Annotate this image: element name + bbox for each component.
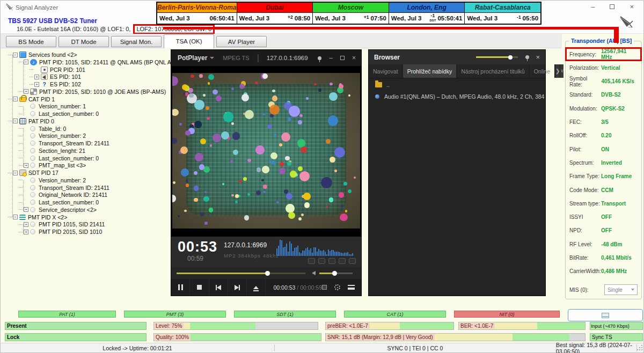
- tree-item[interactable]: Last_section_number: 0: [19, 198, 99, 206]
- tree-item[interactable]: −SDT PID 17: [8, 169, 58, 176]
- video-dot: [208, 74, 214, 80]
- tree-item[interactable]: Section_lenght: 21: [19, 147, 85, 155]
- bookmark-button[interactable]: [318, 258, 325, 264]
- expander-icon[interactable]: +: [24, 89, 28, 94]
- subtitle-button[interactable]: [328, 258, 335, 264]
- settings-gear-icon[interactable]: [334, 284, 340, 290]
- tree-item[interactable]: PCR PID: 101: [30, 66, 85, 73]
- video-dot: [289, 106, 300, 117]
- tree-item[interactable]: Version_number: 1: [19, 102, 86, 110]
- chevron-down-icon[interactable]: ˅: [560, 64, 564, 78]
- video-dot: [172, 109, 179, 116]
- tree-item[interactable]: Last_section_number: 0: [19, 110, 99, 117]
- tree-item[interactable]: Table_Id: 0: [19, 125, 66, 133]
- tab-signal-mon[interactable]: Signal Mon.: [111, 36, 162, 47]
- browser-zoom-slider[interactable]: [476, 56, 518, 58]
- repeat-button[interactable]: [339, 258, 346, 264]
- tree-item[interactable]: −CAT PID 1: [8, 95, 55, 103]
- player-close-button[interactable]: ×: [352, 55, 356, 61]
- tree-item[interactable]: +PMT PID: 2015, SID: 1010 @ JOE AMS (BP-…: [19, 88, 166, 95]
- menu-icon[interactable]: [348, 285, 355, 290]
- video-dot: [208, 82, 210, 84]
- tree-item[interactable]: +ES PID: 101: [30, 73, 81, 80]
- potplayer-menu[interactable]: PotPlayer: [178, 54, 207, 62]
- video-dot: [314, 83, 316, 85]
- tree-item[interactable]: −♪PMT PID: 1015, SID: 21411 @ QNL AMS (B…: [19, 58, 181, 66]
- expander-icon[interactable]: +: [34, 75, 39, 79]
- expander-icon[interactable]: −: [13, 97, 18, 101]
- expander-icon[interactable]: +: [24, 222, 28, 227]
- browser-next-icon[interactable]: ❯: [555, 64, 560, 78]
- tree-item[interactable]: Version_number: 2: [19, 176, 86, 184]
- shuffle-button[interactable]: [349, 258, 356, 264]
- expander-icon[interactable]: −: [13, 215, 18, 219]
- tab-bs-mode[interactable]: BS Mode: [6, 36, 56, 47]
- tree-item-label: PAT PID 0: [28, 118, 54, 124]
- tree-item[interactable]: +?ES PID: 102: [30, 80, 81, 88]
- browser-tab-prohl-e-nab-dky[interactable]: Prohlížeč nabídky: [403, 64, 457, 78]
- preber-bar: preBER: <1.0E-7: [325, 322, 454, 330]
- tree-item[interactable]: +PMT_map_list <3>: [19, 161, 86, 169]
- player-minimize-button[interactable]: –: [329, 55, 333, 61]
- pin-icon[interactable]: [525, 55, 529, 59]
- player-maximize-button[interactable]: [340, 56, 345, 60]
- seek-bar[interactable]: [177, 273, 305, 274]
- clock-city: London, Eng: [389, 3, 465, 13]
- playlist-button[interactable]: [322, 285, 327, 290]
- tree-item[interactable]: Transport_Stream ID: 21411: [19, 139, 109, 147]
- tree-item[interactable]: −PAT PID 0: [8, 117, 54, 125]
- previous-button[interactable]: [209, 279, 228, 296]
- tab-dt-mode[interactable]: DT Mode: [58, 36, 109, 47]
- video-frame: [172, 73, 360, 229]
- expander-icon[interactable]: +: [24, 163, 28, 168]
- expander-icon[interactable]: −: [13, 119, 18, 123]
- expander-icon[interactable]: +: [24, 230, 28, 234]
- minimize-button[interactable]: –: [591, 3, 595, 11]
- stream-info-button[interactable]: [568, 309, 643, 321]
- stop-button[interactable]: [190, 279, 209, 296]
- seek-thumb[interactable]: [265, 271, 270, 276]
- expander-icon[interactable]: +: [24, 207, 28, 212]
- parent-folder-item[interactable]: ..: [369, 78, 545, 90]
- tree-item[interactable]: Last_section_number: 0: [19, 155, 99, 162]
- param-label: Spectrum:: [569, 160, 594, 166]
- close-button[interactable]: ×: [630, 3, 634, 11]
- tree-item[interactable]: Version_number: 2: [19, 132, 86, 139]
- browser-tab-online[interactable]: Online: [530, 64, 555, 78]
- eject-button[interactable]: [247, 279, 266, 296]
- browser-tab-n-stroj-proch-zen-titulk[interactable]: Nástroj procházení titulků: [457, 64, 529, 78]
- tree-item[interactable]: +Service_descriptor <2>: [19, 206, 97, 214]
- tree-connector: [19, 143, 23, 144]
- volume-thumb[interactable]: [332, 271, 337, 276]
- statusbar-uptime: Locked -> Uptime: 00:01:21: [1, 343, 274, 352]
- expander-icon[interactable]: +: [34, 82, 39, 87]
- pin-icon[interactable]: [318, 56, 321, 60]
- video-dot: [204, 222, 207, 224]
- tree-item[interactable]: +PMT PID 2015, SID 1010: [19, 228, 102, 236]
- capture-button[interactable]: [308, 258, 315, 264]
- browser-close-button[interactable]: ×: [536, 53, 540, 61]
- expander-icon[interactable]: −: [13, 171, 18, 175]
- video-area[interactable]: [171, 66, 361, 237]
- next-button[interactable]: [228, 279, 247, 296]
- tree-item[interactable]: Original_Network ID: 21411: [19, 191, 107, 198]
- stream-url-label: 127.0.0.1:6969: [224, 241, 267, 249]
- maximize-button[interactable]: [610, 3, 614, 11]
- tree-item[interactable]: −Services found <2>: [8, 51, 77, 58]
- tab-tsa-ok[interactable]: TSA (OK): [164, 34, 214, 48]
- tree-item[interactable]: Transport_Stream ID: 21411: [19, 184, 109, 192]
- audio-track-item[interactable]: Audio #1(QNL AMS) – Dutch, MPEG Audio, 4…: [369, 90, 545, 102]
- tree-item[interactable]: +PMT PID 1015, SID 21411: [19, 220, 105, 228]
- pause-button[interactable]: [171, 279, 190, 296]
- tree-item[interactable]: −PMT PID X <2>: [8, 214, 67, 221]
- tree-item-label: PMT PID X <2>: [28, 214, 67, 220]
- param-value: -48 dBm: [601, 241, 638, 247]
- tree-connector: [8, 217, 12, 217]
- mis-select[interactable]: Single: [604, 284, 638, 295]
- volume-slider[interactable]: [319, 273, 353, 274]
- expander-icon[interactable]: −: [24, 60, 28, 64]
- resize-grip[interactable]: [636, 345, 642, 351]
- expander-icon[interactable]: −: [13, 53, 18, 57]
- browser-tab-navigovat[interactable]: Navigovat: [369, 64, 403, 78]
- tab-av-player[interactable]: AV Player: [216, 36, 267, 47]
